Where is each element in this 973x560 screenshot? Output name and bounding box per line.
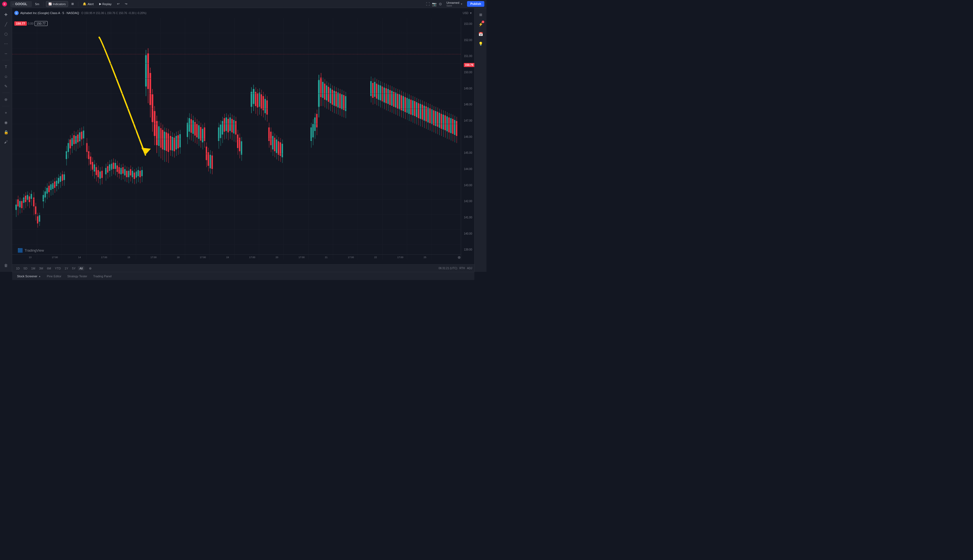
svg-rect-12 [25,196,26,202]
redo-btn[interactable]: ↪ [123,1,130,7]
tf-1y[interactable]: 1Y [63,266,70,270]
svg-rect-162 [178,135,179,148]
ideas-btn[interactable]: 💡 [476,40,485,48]
svg-rect-334 [410,100,412,115]
time-tick-1700-2: 17:00 [101,256,107,258]
indicators-panel-btn: 📈 Indicators [46,1,68,7]
top-toolbar: C ⌕ GOOGL 5m 📈 Indicators ⊞ 🔔 Alert ▶ Re… [0,0,486,8]
unnamed-dropdown[interactable]: Unnamed Save ▼ [444,0,465,8]
tab-stock-screener[interactable]: Stock Screener ▲ [14,273,43,279]
svg-rect-246 [276,140,277,153]
svg-rect-320 [397,93,398,108]
brush-tool[interactable]: 🖌 [2,138,10,146]
grid-h-9 [12,154,461,154]
tf-3m[interactable]: 3M [37,266,45,270]
time-tick-1700-4: 17:00 [200,256,206,258]
cursor-tool[interactable]: ✛ [2,10,10,19]
svg-rect-332 [408,99,410,114]
svg-rect-56 [70,140,71,148]
replay-icon: ▶ [99,2,102,6]
svg-rect-42 [56,181,57,186]
trash-tool[interactable]: 🗑 [2,261,10,270]
indicators-icon: 📈 [48,2,52,5]
price-tick-140: 140.00 [464,232,473,235]
currency-dropdown-icon[interactable]: ▼ [470,12,472,15]
chart-symbol: G Alphabet Inc (Google) Class A · 5 · NA… [14,11,79,15]
tab-strategy-tester[interactable]: Strategy Tester [65,273,90,279]
svg-rect-46 [60,176,61,182]
svg-rect-170 [190,119,192,133]
measure-tool[interactable]: ↔ [2,49,10,58]
fib-tool[interactable]: ⋯ [2,40,10,48]
timeframe-btn[interactable]: 5m [33,1,42,7]
svg-rect-20 [33,198,34,207]
magnet-tool[interactable]: ⌖ [2,108,10,117]
price-axis: 153.00 152.00 151.00 150.00 149.00 148.0… [461,18,474,260]
alert-badge: 3 [482,20,484,23]
undo-btn[interactable]: ↩ [115,1,122,7]
svg-rect-136 [152,94,153,122]
svg-rect-328 [405,97,406,112]
svg-rect-318 [395,92,397,107]
screenshot-icon[interactable]: 📷 [432,2,437,6]
svg-rect-122 [136,172,137,178]
go-to-latest-btn[interactable]: ⊕ [458,255,461,260]
ohlc-info: O 150.95 H 151.06 L 150.76 C 150.76 −0.3… [82,12,147,15]
svg-rect-234 [265,99,266,113]
settings-icon[interactable]: ⚙ [439,2,442,6]
tab-trading-panel[interactable]: Trading Panel [90,273,114,279]
svg-rect-116 [130,169,132,175]
drawing-tool[interactable]: ✎ [2,82,10,90]
tf-5d[interactable]: 5D [22,266,29,270]
lock-tool[interactable]: 🔒 [2,128,10,137]
fullscreen-icon[interactable]: ⛶ [426,2,430,6]
trend-line-tool[interactable]: ╱ [2,20,10,28]
svg-rect-300 [378,85,379,100]
visibility-tool[interactable]: ◉ [2,118,10,127]
svg-rect-298 [376,83,377,98]
svg-rect-140 [156,121,158,145]
svg-rect-274 [330,88,331,103]
price-change: 0.00 [28,22,33,25]
sidebar-sep2 [2,93,10,93]
tf-ytd[interactable]: YTD [53,266,62,270]
shapes-tool[interactable]: ⬡ [2,30,10,38]
tv-logo-icon: 🟦 [18,248,23,253]
price-tick-142: 142.00 [464,200,473,203]
logo[interactable]: C [2,2,7,7]
time-tick-15: 15 [128,256,130,258]
alerts-btn[interactable]: ⚡ 3 [476,20,485,28]
tf-5y[interactable]: 5Y [70,266,77,270]
svg-rect-374 [448,118,450,132]
icons-tool[interactable]: ☺ [2,72,10,81]
svg-rect-34 [48,186,50,192]
compare-btn[interactable]: ⊕ [87,266,93,271]
price-tick-150: 150.00 [464,71,473,74]
tf-6m[interactable]: 6M [45,266,53,270]
svg-rect-362 [437,112,438,127]
time-tick-14: 14 [78,256,81,258]
data-window-btn[interactable]: ▦ [476,10,485,19]
zoom-tool[interactable]: ⊕ [2,95,10,104]
calendar-btn[interactable]: 📅 [476,30,485,38]
template-btn[interactable]: ⊞ [69,1,76,7]
symbol-search[interactable]: ⌕ GOOGL [10,1,32,7]
chart-canvas: 🟦 TradingView [12,18,461,260]
text-tool[interactable]: T [2,62,10,71]
svg-rect-166 [187,123,188,137]
tf-1m[interactable]: 1M [30,266,37,270]
template-icon: ⊞ [72,2,74,6]
publish-button[interactable]: Publish [467,1,484,7]
replay-btn[interactable]: ▶ Replay [97,1,114,7]
tf-1d[interactable]: 1D [14,266,22,270]
tab-pine-editor[interactable]: Pine Editor [44,273,64,279]
svg-rect-110 [124,169,125,175]
svg-rect-280 [335,92,337,106]
svg-rect-68 [81,132,82,140]
tf-all[interactable]: All [78,266,84,270]
svg-rect-52 [66,152,67,159]
svg-rect-380 [454,120,455,135]
svg-rect-88 [102,171,103,178]
alert-btn[interactable]: 🔔 Alert [80,1,96,7]
grid-h-13 [12,214,461,215]
